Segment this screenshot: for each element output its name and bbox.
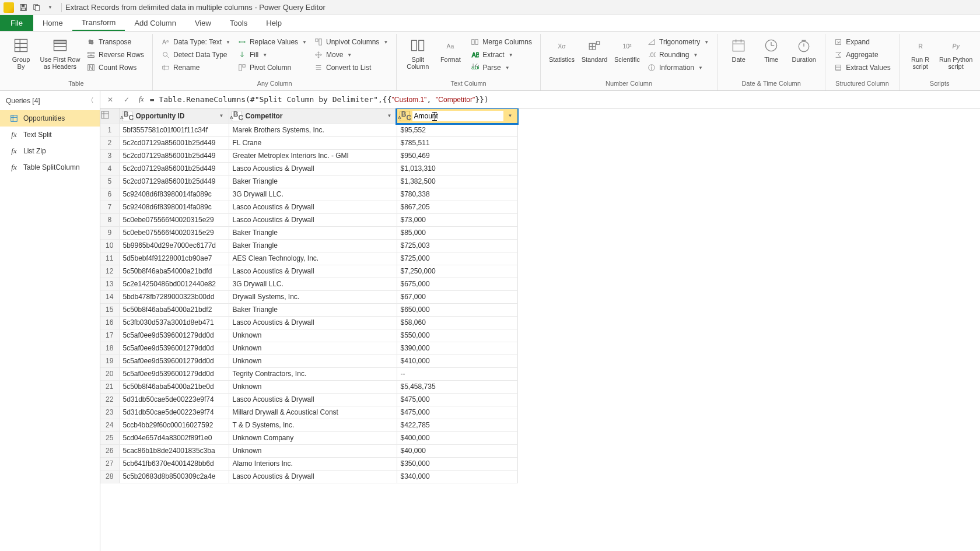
type-text-icon[interactable]: ABC: [400, 111, 410, 121]
cell-amount[interactable]: $785,511: [397, 136, 517, 149]
table-row[interactable]: 235d31db50cae5de00223e9f74Millard Drywal…: [100, 406, 517, 419]
table-row[interactable]: 145bdb478fb7289000323b00ddDrywall System…: [100, 290, 517, 303]
table-row[interactable]: 165c3fb030d537a3001d8eb471Lasco Acoustic…: [100, 316, 517, 329]
cancel-formula-button[interactable]: ✕: [104, 93, 117, 106]
row-number[interactable]: 6: [100, 188, 119, 201]
aggregate-button[interactable]: Aggregate: [831, 49, 892, 61]
parse-button[interactable]: abc123Parse▼: [468, 62, 534, 73]
extract-button[interactable]: ABCExtract▼: [468, 49, 534, 61]
cell-opportunity-id[interactable]: 5c5af0ee9d5396001279dd0d: [119, 342, 229, 355]
cell-opportunity-id[interactable]: 5d31db50cae5de00223e9f74: [119, 393, 229, 406]
cell-amount[interactable]: $410,000: [397, 355, 517, 367]
cell-opportunity-id[interactable]: 5c0ebe075566f40020315e29: [119, 226, 229, 239]
column-rename-input[interactable]: [412, 111, 503, 121]
table-row[interactable]: 275cb641fb6370e4001428bb6dAlamo Interior…: [100, 457, 517, 470]
table-row[interactable]: 255cd04e657d4a83002f89f1e0Unknown Compan…: [100, 431, 517, 444]
row-number[interactable]: 5: [100, 175, 119, 188]
table-row[interactable]: 75c92408d6f83980014fa089cLasco Acoustics…: [100, 201, 517, 213]
cell-amount[interactable]: $475,000: [397, 406, 517, 419]
transpose-button[interactable]: Transpose: [84, 36, 146, 48]
type-text-icon[interactable]: ABC: [122, 111, 132, 121]
row-number[interactable]: 21: [100, 380, 119, 393]
menu-home[interactable]: Home: [33, 15, 72, 31]
table-row[interactable]: 35c2cd07129a856001b25d449Greater Metropl…: [100, 149, 517, 162]
accept-formula-button[interactable]: ✓: [120, 93, 133, 106]
table-row[interactable]: 205c5af0ee9d5396001279dd0dTegrity Contra…: [100, 367, 517, 380]
unpivot-columns-button[interactable]: Unpivot Columns▼: [312, 36, 390, 48]
menu-tools[interactable]: Tools: [220, 15, 257, 31]
date-button[interactable]: Date: [722, 35, 755, 64]
cell-competitor[interactable]: Alamo Interiors Inc.: [229, 457, 397, 470]
statistics-button[interactable]: Xσ Statistics: [545, 35, 578, 64]
cell-amount[interactable]: $725,000: [397, 252, 517, 265]
cell-amount[interactable]: $1,382,500: [397, 175, 517, 188]
cell-competitor[interactable]: Millard Drywall & Acoustical Const: [229, 406, 397, 419]
row-number[interactable]: 18: [100, 342, 119, 355]
cell-amount[interactable]: $67,000: [397, 290, 517, 303]
cell-opportunity-id[interactable]: 5c50b8f46aba54000a21bdf2: [119, 303, 229, 316]
row-number[interactable]: 9: [100, 226, 119, 239]
cell-amount[interactable]: --: [397, 367, 517, 380]
split-column-button[interactable]: Split Column: [401, 35, 434, 71]
cell-competitor[interactable]: Baker Triangle: [229, 303, 397, 316]
cell-competitor[interactable]: Unknown: [229, 444, 397, 457]
cell-competitor[interactable]: 3G Drywall LLC.: [229, 188, 397, 201]
cell-competitor[interactable]: Lasco Acoustics & Drywall: [229, 393, 397, 406]
pivot-column-button[interactable]: Pivot Column: [235, 62, 309, 73]
qat-dropdown-icon[interactable]: [31, 2, 43, 13]
trigonometry-button[interactable]: Trigonometry▼: [645, 36, 711, 48]
collapse-pane-icon[interactable]: 〈: [87, 96, 94, 106]
move-button[interactable]: Move▼: [312, 49, 390, 61]
replace-values-button[interactable]: Replace Values▼: [235, 36, 309, 48]
cell-competitor[interactable]: Marek Brothers Systems, Inc.: [229, 124, 397, 136]
table-row[interactable]: 215c50b8f46aba54000a21be0dUnknown$5,458,…: [100, 380, 517, 393]
menu-help[interactable]: Help: [257, 15, 291, 31]
table-row[interactable]: 245ccb4bb29f60c00016027592T & D Systems,…: [100, 419, 517, 431]
cell-opportunity-id[interactable]: 5c2e14250486bd0012440e82: [119, 278, 229, 290]
cell-amount[interactable]: $58,060: [397, 316, 517, 329]
time-button[interactable]: Time: [755, 35, 788, 64]
cell-opportunity-id[interactable]: 5d5bebf4f91228001cb90ae7: [119, 252, 229, 265]
table-row[interactable]: 225d31db50cae5de00223e9f74Lasco Acoustic…: [100, 393, 517, 406]
cell-opportunity-id[interactable]: 5c2cd07129a856001b25d449: [119, 149, 229, 162]
table-row[interactable]: 115d5bebf4f91228001cb90ae7AES Clean Tech…: [100, 252, 517, 265]
cell-amount[interactable]: $422,785: [397, 419, 517, 431]
table-row[interactable]: 125c50b8f46aba54000a21bdfdLasco Acoustic…: [100, 265, 517, 278]
row-number[interactable]: 26: [100, 444, 119, 457]
cell-opportunity-id[interactable]: 5c92408d6f83980014fa089c: [119, 188, 229, 201]
row-number[interactable]: 23: [100, 406, 119, 419]
row-number[interactable]: 12: [100, 265, 119, 278]
table-row[interactable]: 55c2cd07129a856001b25d449Baker Triangle$…: [100, 175, 517, 188]
merge-columns-button[interactable]: Merge Columns: [468, 36, 534, 48]
table-corner-button[interactable]: [100, 108, 119, 124]
use-first-row-button[interactable]: Use First Row as Headers: [37, 35, 83, 71]
menu-file[interactable]: File: [0, 15, 33, 31]
data-grid[interactable]: ABC Opportunity ID ▼ ABC Competitor ▼: [100, 108, 980, 551]
cell-amount[interactable]: $340,000: [397, 470, 517, 483]
cell-amount[interactable]: $400,000: [397, 431, 517, 444]
table-row[interactable]: 105b9965b40d29e7000ec6177dBaker Triangle…: [100, 239, 517, 252]
cell-competitor[interactable]: Unknown: [229, 342, 397, 355]
cell-competitor[interactable]: Unknown Company: [229, 431, 397, 444]
row-number[interactable]: 3: [100, 149, 119, 162]
query-item[interactable]: fxTable SplitColumn: [0, 159, 100, 176]
cell-opportunity-id[interactable]: 5bf3557581c01f001f11c34f: [119, 124, 229, 136]
row-number[interactable]: 11: [100, 252, 119, 265]
cell-competitor[interactable]: T & D Systems, Inc.: [229, 419, 397, 431]
row-number[interactable]: 14: [100, 290, 119, 303]
cell-opportunity-id[interactable]: 5c5b20683d8b8500309c2a4e: [119, 470, 229, 483]
row-number[interactable]: 24: [100, 419, 119, 431]
cell-competitor[interactable]: Lasco Acoustics & Drywall: [229, 265, 397, 278]
row-number[interactable]: 22: [100, 393, 119, 406]
cell-competitor[interactable]: Lasco Acoustics & Drywall: [229, 470, 397, 483]
row-number[interactable]: 13: [100, 278, 119, 290]
cell-opportunity-id[interactable]: 5c3fb030d537a3001d8eb471: [119, 316, 229, 329]
data-type-button[interactable]: AᵃData Type: Text▼: [159, 36, 233, 48]
cell-competitor[interactable]: Lasco Acoustics & Drywall: [229, 316, 397, 329]
cell-opportunity-id[interactable]: 5cd04e657d4a83002f89f1e0: [119, 431, 229, 444]
row-number[interactable]: 2: [100, 136, 119, 149]
cell-competitor[interactable]: Tegrity Contractors, Inc.: [229, 367, 397, 380]
cell-competitor[interactable]: Baker Triangle: [229, 226, 397, 239]
cell-competitor[interactable]: FL Crane: [229, 136, 397, 149]
cell-opportunity-id[interactable]: 5cac86b1b8de24001835c3ba: [119, 444, 229, 457]
